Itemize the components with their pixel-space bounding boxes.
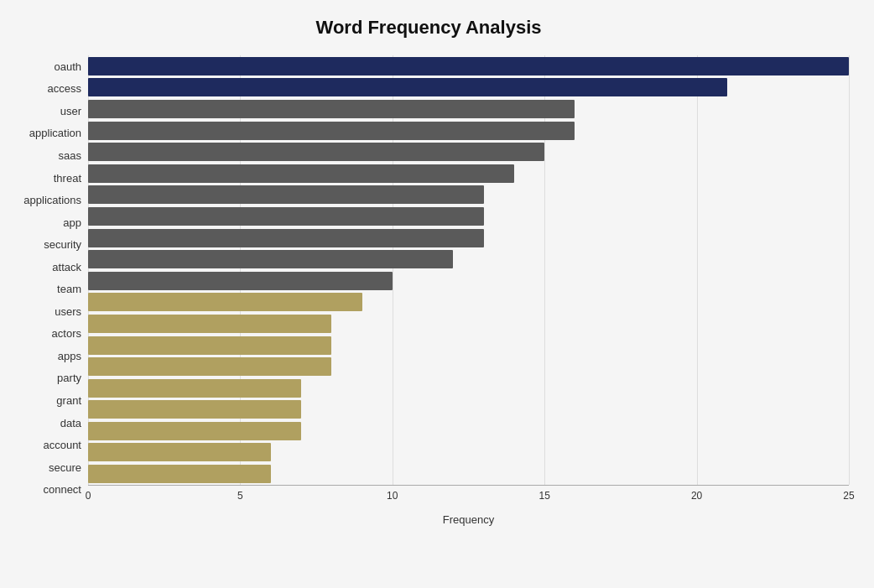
bar-row bbox=[88, 463, 849, 485]
bars-area bbox=[88, 55, 849, 485]
y-label: saas bbox=[59, 150, 81, 161]
bar bbox=[88, 379, 301, 398]
bar bbox=[88, 229, 484, 247]
bar bbox=[88, 293, 362, 311]
y-label: threat bbox=[54, 173, 81, 184]
bar bbox=[88, 185, 484, 204]
bar-row bbox=[88, 141, 849, 163]
bar bbox=[88, 400, 301, 419]
bar bbox=[88, 422, 301, 440]
bar bbox=[88, 336, 331, 355]
bar-row bbox=[88, 335, 849, 356]
bars-rows bbox=[88, 55, 849, 485]
y-label: data bbox=[60, 418, 81, 429]
bar bbox=[88, 272, 393, 290]
bar bbox=[88, 164, 514, 183]
bar-row bbox=[88, 163, 849, 185]
grid-line bbox=[849, 55, 850, 485]
bar-row bbox=[88, 77, 849, 99]
bar-row bbox=[88, 313, 849, 335]
bar bbox=[88, 78, 727, 96]
y-label: apps bbox=[58, 351, 81, 362]
bar bbox=[88, 250, 453, 268]
y-label: party bbox=[57, 372, 81, 383]
y-label: actors bbox=[52, 328, 81, 339]
bar-row bbox=[88, 420, 849, 442]
bar-row bbox=[88, 98, 849, 120]
bar-row bbox=[88, 399, 849, 421]
bar-row bbox=[88, 442, 849, 464]
y-label: connect bbox=[43, 484, 81, 495]
bar-row bbox=[88, 270, 849, 292]
bar-row bbox=[88, 206, 849, 227]
bar bbox=[88, 465, 271, 483]
x-axis-label: Frequency bbox=[88, 513, 849, 526]
bar bbox=[88, 207, 484, 226]
x-tick: 5 bbox=[237, 486, 243, 502]
bar bbox=[88, 357, 331, 376]
x-tick: 20 bbox=[691, 486, 702, 502]
y-label: users bbox=[55, 306, 81, 317]
x-tick: 10 bbox=[387, 486, 398, 502]
bar-row bbox=[88, 356, 849, 377]
x-tick: 0 bbox=[86, 486, 91, 502]
y-label: oauth bbox=[54, 61, 81, 72]
x-axis: 0510152025 bbox=[88, 485, 849, 510]
y-label: security bbox=[44, 239, 81, 250]
bar-row bbox=[88, 120, 849, 142]
y-label: account bbox=[43, 440, 81, 450]
bar bbox=[88, 57, 849, 75]
chart-container: Word Frequency Analysis oauthaccessusera… bbox=[0, 0, 874, 588]
y-label: app bbox=[63, 217, 81, 228]
chart-title: Word Frequency Analysis bbox=[8, 17, 849, 39]
bar-row bbox=[88, 55, 849, 77]
bar-row bbox=[88, 185, 849, 206]
y-label: user bbox=[60, 106, 81, 117]
y-label: attack bbox=[52, 262, 81, 273]
bar bbox=[88, 100, 575, 118]
x-tick: 25 bbox=[843, 486, 854, 502]
bars-and-xaxis: 0510152025 Frequency bbox=[88, 55, 849, 526]
bar-row bbox=[88, 248, 849, 270]
y-label: applications bbox=[23, 195, 81, 206]
bar bbox=[88, 315, 331, 333]
chart-area: oauthaccessuserapplicationsaasthreatappl… bbox=[8, 55, 849, 526]
y-label: secure bbox=[49, 462, 81, 473]
x-tick: 15 bbox=[539, 486, 550, 502]
bar bbox=[88, 143, 544, 161]
bar-row bbox=[88, 227, 849, 249]
y-label: team bbox=[57, 284, 81, 294]
y-label: access bbox=[48, 83, 81, 94]
y-label: grant bbox=[56, 395, 81, 406]
y-axis: oauthaccessuserapplicationsaasthreatappl… bbox=[8, 55, 88, 526]
bar-row bbox=[88, 377, 849, 399]
bar bbox=[88, 443, 271, 461]
y-label: application bbox=[29, 127, 81, 138]
bar bbox=[88, 122, 575, 140]
bar-row bbox=[88, 292, 849, 314]
